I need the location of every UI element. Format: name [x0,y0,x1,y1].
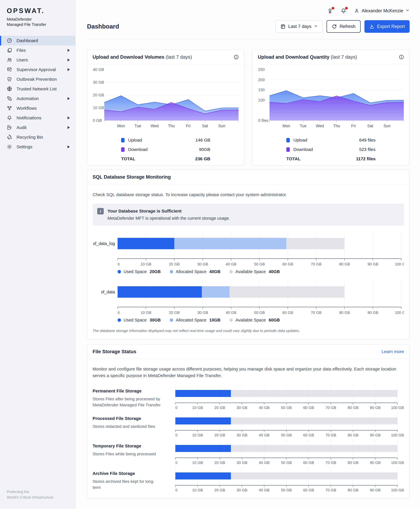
svg-text:100 GB: 100 GB [395,262,404,266]
banner-body: MetaDefender MFT is operational with the… [107,216,230,221]
refresh-icon [332,24,337,29]
svg-text:Tue: Tue [300,124,307,128]
section-title: SQL Database Storage Monitoring [93,174,171,180]
info-icon[interactable] [233,54,239,60]
dashboard-icon [7,38,12,43]
legend-row: Upload649 files [286,135,375,145]
volumes-area-chart: 0 GB10 GB20 GB30 GB40 GBMonTueWedThuFriS… [87,64,244,129]
legend-dot [229,318,233,322]
files-icon [7,47,12,53]
file-storage-row-processed-file-storage: Processed File StorageStores redacted an… [93,412,404,438]
legend-value: 90GB [199,147,210,152]
sql-storage-card: SQL Database Storage Monitoring Check SQ… [87,170,410,340]
quantity-legend: Upload649 filesDownload523 filesTOTAL117… [286,135,375,164]
refresh-button[interactable]: Refresh [327,20,361,33]
storage-row-title: Archive File Storage [93,471,161,476]
sql-footnote: The database storage information display… [93,329,404,333]
sidebar-item-supervisor-approval[interactable]: Supervisor Approval [0,65,75,75]
learn-more-link[interactable]: Learn more [382,349,404,354]
sidebar-item-label: Users [16,58,28,62]
sidebar-item-users[interactable]: Users [0,55,75,65]
sidebar-item-dashboard[interactable]: Dashboard [0,36,75,45]
svg-text:50 GB: 50 GB [281,460,292,464]
info-icon[interactable] [399,54,404,60]
svg-text:50 GB: 50 GB [281,405,292,410]
sidebar-item-label: Automation [16,96,39,101]
product-subname: Managed File Transfer [7,22,75,27]
sidebar-item-automation[interactable]: Automation [0,94,75,103]
legend-dot [170,270,173,273]
license-ribbon-button[interactable] [327,8,333,14]
storage-usage-bar: 010 GB20 GB30 GB40 GB50 GB60 GB70 GB80 G… [172,467,404,493]
sidebar-item-workflows[interactable]: Workflows [0,103,75,113]
legend-item: Allocated Space10GB [170,318,220,322]
sidebar-item-label: Files [16,48,26,53]
storage-row-title: Temporary File Storage [93,443,161,449]
legend-item: Allocated Space40GB [170,269,220,274]
legend-value: 40GB [209,269,220,274]
notifications-button[interactable] [341,8,346,14]
svg-text:20 GB: 20 GB [214,488,225,492]
svg-text:30 GB: 30 GB [237,405,248,410]
chevron-right-icon [68,49,70,52]
chevron-down-icon [314,24,318,29]
volumes-legend: Upload146 GBDownload90GBTOTAL236 GB [121,135,210,164]
sidebar-item-label: Recycling Bin [16,135,43,140]
svg-text:40 GB: 40 GB [259,460,270,464]
sidebar-item-audit[interactable]: Audit [0,123,75,132]
svg-text:60 GB: 60 GB [303,405,314,410]
svg-text:40 GB: 40 GB [259,405,270,410]
svg-text:Fri: Fri [186,124,190,128]
sidebar-item-files[interactable]: Files [0,45,75,55]
user-name: Alexander McKenzie [362,8,403,14]
card-title: Upload and Download Quantity (last 7 day… [258,54,357,60]
sf-data-chart: sf_data010 GB20 GB30 GB40 GB50 GB60 GB70… [93,281,404,316]
legend-item: Used Space20GB [118,269,161,274]
svg-text:100: 100 [258,98,265,102]
legend-value: 1172 files [356,156,375,161]
sf-data-log-chart: sf_data_log010 GB20 GB30 GB40 GB50 GB60 … [93,232,404,268]
storage-row-title: Permanent File Storage [93,389,161,393]
svg-text:20 GB: 20 GB [169,262,180,266]
svg-text:60 GB: 60 GB [303,488,314,492]
export-report-button[interactable]: Export Report [364,20,410,33]
legend-item: Available Space60GB [229,318,280,322]
svg-text:80 GB: 80 GB [348,405,359,410]
svg-text:Sun: Sun [383,124,390,128]
sidebar-item-recycling-bin[interactable]: Recycling Bin [0,132,75,142]
sidebar-item-trusted-network-list[interactable]: Trusted Network List [0,84,75,94]
legend-swatch [286,138,290,142]
svg-text:Sat: Sat [202,124,208,128]
svg-text:50 GB: 50 GB [254,262,265,266]
legend-label: Used Space [124,318,147,322]
sidebar-item-settings[interactable]: Settings [0,142,75,152]
file-storage-row-archive-file-storage: Archive File StorageStores archived file… [93,467,404,493]
legend-label: Upload [293,138,307,142]
svg-text:30 GB: 30 GB [237,488,248,492]
svg-text:0 GB: 0 GB [93,118,102,123]
date-range-dropdown[interactable]: Last 7 days [275,20,323,33]
legend-value: 523 files [359,147,375,152]
sidebar-item-label: Trusted Network List [16,86,57,91]
svg-text:80 GB: 80 GB [348,433,359,437]
svg-text:40 GB: 40 GB [259,433,270,437]
svg-text:80 GB: 80 GB [348,460,359,464]
file-storage-row-permanent-file-storage: Permanent File StorageStores Files after… [93,384,404,410]
sidebar-item-outbreak-prevention[interactable]: Outbreak Prevention [0,75,75,84]
approval-icon [7,67,12,72]
legend-label: TOTAL [286,156,300,161]
svg-text:60 GB: 60 GB [303,460,314,464]
svg-text:30 GB: 30 GB [197,310,208,315]
svg-text:0: 0 [175,460,177,464]
legend-label: Available Space [235,269,266,274]
file-storage-rows: Permanent File StorageStores Files after… [87,384,409,493]
svg-text:70 GB: 70 GB [311,310,322,315]
legend-value: 146 GB [195,138,210,142]
recycle-icon [7,135,12,140]
svg-text:30 GB: 30 GB [197,262,208,266]
user-menu[interactable]: Alexander McKenzie [354,8,410,14]
svg-text:Sun: Sun [218,124,225,128]
banner-title: Your Database Storage is Sufficient [107,208,230,214]
svg-text:10 GB: 10 GB [141,310,151,315]
sidebar-item-notificiations[interactable]: Notificiations [0,113,75,123]
